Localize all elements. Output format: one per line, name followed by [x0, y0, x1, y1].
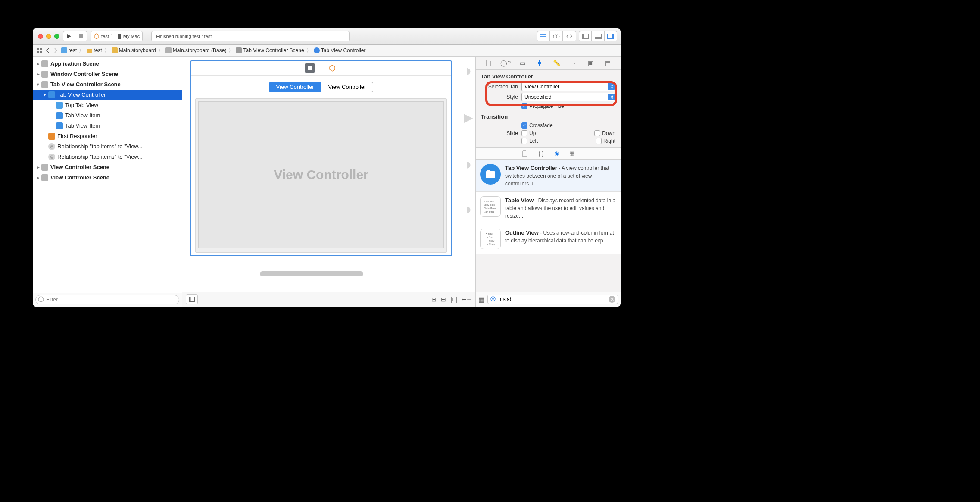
tabview-icon: [56, 102, 63, 109]
search-icon: [490, 296, 496, 302]
ib-canvas[interactable]: View Controller View Controller View Con…: [182, 57, 475, 292]
propagate-title-checkbox[interactable]: ✓Propagate Title: [521, 103, 564, 109]
library-filter-bar: ▦ ✕: [476, 292, 621, 307]
tab-button-1[interactable]: View Controller: [269, 82, 321, 92]
media-library-tab[interactable]: ▦: [569, 150, 574, 157]
scene-tabvc[interactable]: View Controller View Controller View Con…: [190, 60, 452, 256]
related-items-button[interactable]: [34, 47, 44, 53]
toggle-outline-button[interactable]: [186, 294, 198, 304]
canvas-toolbar: ⊞ ⊟ |□| ⊢⊣: [182, 292, 475, 307]
outline-filter-input[interactable]: [35, 295, 179, 304]
controller-chip-icon[interactable]: [305, 63, 315, 73]
crumb-project[interactable]: test: [59, 47, 78, 53]
activity-viewer[interactable]: Finished running test : test: [151, 31, 350, 41]
file-inspector-tab[interactable]: [484, 59, 493, 67]
crumb-storyboard[interactable]: Main.storyboard: [110, 47, 158, 53]
first-responder-chip-icon[interactable]: [327, 63, 337, 73]
identity-inspector-tab[interactable]: ▭: [518, 59, 527, 67]
zoom-window-button[interactable]: [54, 34, 59, 39]
scene-icon: [41, 164, 48, 171]
outline-rel-1[interactable]: ◎Relationship "tab items" to "View...: [33, 141, 182, 152]
stop-button[interactable]: [75, 31, 87, 41]
crumb-object[interactable]: Tab View Controller: [312, 47, 368, 53]
outline-tvi-2[interactable]: Tab View Item: [33, 121, 182, 131]
svg-rect-15: [40, 48, 42, 50]
slider-icon: [536, 60, 543, 66]
align-button[interactable]: |□|: [450, 296, 457, 303]
embed-button[interactable]: ⊟: [441, 296, 446, 303]
tab-button-2[interactable]: View Controller: [321, 82, 374, 92]
library-view-mode-button[interactable]: ▦: [478, 295, 485, 304]
standard-editor-icon: [540, 34, 547, 39]
app-icon: [94, 33, 100, 39]
toggle-debug-button[interactable]: [592, 31, 605, 41]
outlineview-library-icon: ▾ Matt ▸ Jon ▸ Kelly ▸ Chris: [480, 229, 501, 249]
outline-top-tabview[interactable]: Top Tab View: [33, 100, 182, 110]
container-placeholder[interactable]: View Controller: [198, 101, 444, 248]
minimize-window-button[interactable]: [46, 34, 51, 39]
outline-app-scene[interactable]: ▶Application Scene: [33, 59, 182, 69]
svg-point-23: [38, 297, 44, 302]
outline-tabvc-scene[interactable]: ▼Tab View Controller Scene: [33, 79, 182, 90]
library-item-tableview[interactable]: Jon ClearKelly BlueChris GreenRon Pink T…: [476, 192, 621, 224]
outline-tvi-1[interactable]: Tab View Item: [33, 110, 182, 121]
library-item-tabvc[interactable]: Tab View Controller - A view controller …: [476, 160, 621, 192]
library-tabs: { } ◉ ▦: [476, 147, 621, 160]
size-inspector-tab[interactable]: 📏: [552, 59, 561, 67]
slide-left-checkbox[interactable]: Left: [521, 138, 538, 144]
style-popup[interactable]: Unspecified▴▾: [521, 93, 615, 101]
crumb-base[interactable]: Main.storyboard (Base): [164, 47, 228, 53]
close-window-button[interactable]: [38, 34, 43, 39]
horizontal-scrollbar[interactable]: [260, 271, 363, 276]
scheme-selector[interactable]: test 〉 My Mac: [91, 31, 143, 41]
scene-icon: [236, 47, 242, 53]
help-inspector-tab[interactable]: ◯?: [501, 59, 510, 67]
editor-standard-button[interactable]: [537, 31, 550, 41]
document-outline: ▶Application Scene ▶Window Controller Sc…: [33, 57, 182, 307]
slide-down-checkbox[interactable]: Down: [594, 130, 615, 136]
object-library-tab[interactable]: ◉: [554, 150, 559, 157]
effects-inspector-tab[interactable]: ▤: [603, 59, 612, 67]
svg-point-22: [314, 47, 320, 53]
outline-first-responder[interactable]: First Responder: [33, 131, 182, 141]
storyboard-base-icon: [165, 47, 172, 53]
svg-rect-20: [165, 47, 172, 53]
crumb-folder[interactable]: test: [84, 47, 103, 53]
outline-rel-2[interactable]: ◎Relationship "tab items" to "View...: [33, 152, 182, 162]
forward-button[interactable]: [52, 48, 59, 53]
update-frames-button[interactable]: ⊞: [431, 296, 437, 303]
library-item-outlineview[interactable]: ▾ Matt ▸ Jon ▸ Kelly ▸ Chris Outline Vie…: [476, 224, 621, 254]
swift-file-icon: [61, 47, 67, 53]
segue-icon: ◎: [48, 143, 55, 150]
scene-icon: [41, 81, 48, 88]
toggle-utilities-button[interactable]: [605, 31, 617, 41]
svg-rect-14: [37, 48, 39, 50]
pin-button[interactable]: ⊢⊣: [462, 296, 472, 303]
back-button[interactable]: [44, 48, 52, 53]
editor-assistant-button[interactable]: [550, 31, 563, 41]
editor-version-button[interactable]: [563, 31, 576, 41]
outline-vc-scene-2[interactable]: ▶View Controller Scene: [33, 173, 182, 183]
library-filter-input[interactable]: [487, 295, 618, 304]
jump-bar: test〉 test〉 Main.storyboard〉 Main.storyb…: [33, 45, 621, 57]
attributes-inspector-tab[interactable]: [535, 59, 544, 67]
file-templates-tab[interactable]: [522, 150, 528, 157]
utilities-panel: ◯? ▭ 📏 → ▣ ▤ Tab View Controller Selecte…: [475, 57, 621, 307]
outline-window-scene[interactable]: ▶Window Controller Scene: [33, 69, 182, 79]
tab-control: View Controller View Controller: [191, 82, 451, 92]
crossfade-checkbox[interactable]: ✓Crossfade: [521, 122, 553, 129]
selected-tab-popup[interactable]: View Controller▴▾: [521, 82, 615, 91]
code-snippets-tab[interactable]: { }: [538, 150, 543, 157]
svg-rect-19: [112, 47, 118, 53]
outline-vc-scene-1[interactable]: ▶View Controller Scene: [33, 162, 182, 173]
filter-icon: [38, 296, 45, 303]
connections-inspector-tab[interactable]: →: [569, 59, 578, 67]
outline-tabvc[interactable]: ▼Tab View Controller: [33, 90, 182, 100]
bindings-inspector-tab[interactable]: ▣: [587, 59, 595, 67]
run-button[interactable]: [63, 31, 75, 41]
toggle-navigator-button[interactable]: [579, 31, 592, 41]
slide-up-checkbox[interactable]: Up: [521, 130, 536, 136]
crumb-scene[interactable]: Tab View Controller Scene: [234, 47, 306, 53]
slide-right-checkbox[interactable]: Right: [596, 138, 615, 144]
clear-filter-button[interactable]: ✕: [609, 296, 615, 303]
